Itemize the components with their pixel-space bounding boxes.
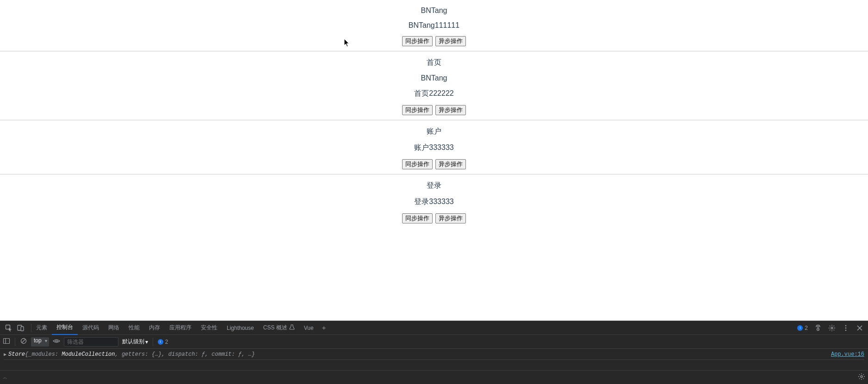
log-object-name: Store [8, 351, 25, 358]
svg-line-11 [22, 339, 25, 343]
console-log-row[interactable]: ▶ Store { _modules: ModuleCollection, ge… [4, 351, 864, 360]
section-login: 登录 登录333333 同步操作 异步操作 [0, 181, 868, 228]
tab-css-overview[interactable]: CSS 概述 [259, 321, 299, 335]
button-row: 同步操作 异步操作 [0, 159, 868, 169]
info-dot-icon: i [158, 339, 163, 345]
tab-lighthouse[interactable]: Lighthouse [222, 321, 259, 335]
tab-sources[interactable]: 源代码 [78, 321, 104, 335]
console-toolbar: top 默认级别 ▾ i 2 [0, 335, 868, 349]
kv-value: ƒ [238, 351, 242, 358]
text-line: 首页222222 [0, 89, 868, 99]
comma: , [205, 351, 211, 358]
expand-arrow-icon[interactable]: ▶ [4, 352, 6, 357]
console-sidebar-toggle-icon[interactable] [3, 337, 10, 346]
flask-icon [289, 324, 295, 331]
button-row: 同步操作 异步操作 [0, 36, 868, 46]
section-home: 首页 BNTang 首页222222 同步操作 异步操作 [0, 58, 868, 120]
devtools-header-right: i 2 [797, 324, 865, 332]
kv: dispatch: [168, 351, 202, 358]
async-button[interactable]: 异步操作 [435, 159, 466, 169]
inspect-element-icon[interactable] [3, 324, 15, 332]
ellipsis: , … [242, 351, 252, 358]
kv: commit: [211, 351, 238, 358]
button-row: 同步操作 异步操作 [0, 105, 868, 115]
sync-button[interactable]: 同步操作 [402, 105, 433, 115]
divider [15, 338, 15, 346]
chevron-down-icon: ▾ [145, 339, 148, 345]
settings-gear-icon[interactable] [858, 373, 865, 382]
divider [27, 324, 31, 332]
network-conditions-icon[interactable] [814, 324, 822, 332]
text-line: 首页 [0, 58, 868, 68]
sync-button[interactable]: 同步操作 [402, 36, 433, 46]
svg-point-7 [845, 329, 847, 331]
add-tab-icon[interactable]: ＋ [318, 324, 329, 332]
tab-application[interactable]: 应用程序 [165, 321, 196, 335]
level-label: 默认级别 [122, 338, 144, 346]
svg-point-6 [845, 327, 847, 328]
kv-value: ModuleCollection [62, 351, 115, 358]
header-issues-badge[interactable]: i 2 [797, 325, 808, 331]
text-line: 登录 [0, 181, 868, 191]
text-line: 账户 [0, 127, 868, 136]
issue-count: 2 [165, 339, 168, 345]
toolbar-issues-badge[interactable]: i 2 [158, 339, 168, 345]
settings-gear-icon[interactable] [828, 324, 836, 332]
chevron-up-icon[interactable]: ︿ [3, 374, 7, 381]
log-level-selector[interactable]: 默认级别 ▾ [122, 338, 148, 346]
svg-rect-2 [21, 327, 24, 331]
text-line: 登录333333 [0, 197, 868, 207]
tab-memory[interactable]: 内存 [144, 321, 165, 335]
sync-button[interactable]: 同步操作 [402, 159, 433, 169]
svg-point-13 [861, 376, 862, 378]
svg-point-12 [56, 340, 57, 342]
kv: getters: [122, 351, 152, 358]
async-button[interactable]: 异步操作 [435, 36, 466, 46]
device-toolbar-icon[interactable] [15, 324, 27, 332]
tab-vue[interactable]: Vue [299, 321, 318, 335]
devtools-panel: 元素 控制台 源代码 网络 性能 内存 应用程序 安全性 Lighthouse … [0, 321, 868, 384]
comma: , [161, 351, 168, 358]
comma: , [115, 351, 121, 358]
context-selector[interactable]: top [31, 337, 49, 347]
devtools-tab-bar: 元素 控制台 源代码 网络 性能 内存 应用程序 安全性 Lighthouse … [0, 321, 868, 335]
kv-value: {…} [152, 351, 162, 358]
svg-rect-8 [4, 339, 10, 344]
text-line: BNTang [0, 74, 868, 82]
page-content: BNTang BNTang111111 同步操作 异步操作 首页 BNTang … [0, 6, 868, 228]
close-devtools-icon[interactable] [856, 324, 863, 332]
svg-point-5 [845, 325, 847, 326]
filter-input[interactable] [64, 337, 118, 347]
live-expression-icon[interactable] [53, 337, 60, 346]
source-link[interactable]: App.vue:16 [831, 351, 864, 358]
async-button[interactable]: 异步操作 [435, 105, 466, 115]
tab-label: CSS 概述 [263, 324, 287, 332]
text-line: BNTang [0, 6, 868, 15]
divider [153, 338, 153, 346]
tab-network[interactable]: 网络 [104, 321, 124, 335]
console-drawer-bar: ︿ [0, 370, 868, 384]
kebab-menu-icon[interactable] [842, 324, 849, 332]
sync-button[interactable]: 同步操作 [402, 213, 433, 223]
text-line: BNTang111111 [0, 21, 868, 30]
section-account: 账户 账户333333 同步操作 异步操作 [0, 127, 868, 174]
text-line: 账户333333 [0, 143, 868, 153]
issue-count: 2 [805, 325, 808, 331]
info-dot-icon: i [797, 325, 803, 331]
tab-security[interactable]: 安全性 [196, 321, 222, 335]
kv-value: ƒ [202, 351, 205, 358]
svg-point-4 [831, 327, 833, 329]
async-button[interactable]: 异步操作 [435, 213, 466, 223]
tab-console[interactable]: 控制台 [52, 321, 78, 335]
button-row: 同步操作 异步操作 [0, 213, 868, 223]
section-root: BNTang BNTang111111 同步操作 异步操作 [0, 6, 868, 51]
tab-elements[interactable]: 元素 [31, 321, 52, 335]
kv: _modules: [28, 351, 62, 358]
brace: } [252, 351, 255, 358]
clear-console-icon[interactable] [20, 337, 27, 346]
console-body: ▶ Store { _modules: ModuleCollection, ge… [0, 349, 868, 384]
context-value: top [34, 337, 42, 344]
tab-performance[interactable]: 性能 [124, 321, 144, 335]
